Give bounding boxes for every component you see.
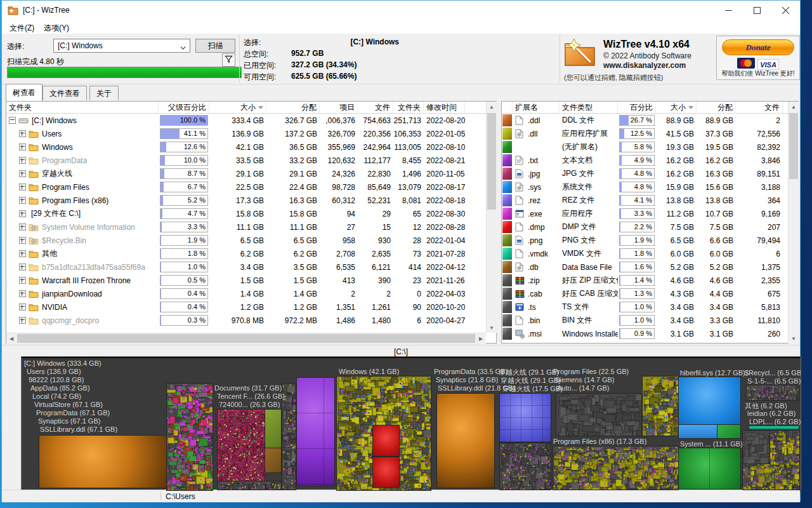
col-ext-size[interactable]: 大小 xyxy=(656,102,697,113)
treemap-block[interactable] xyxy=(265,448,281,472)
tree-expander[interactable] xyxy=(19,304,26,311)
ext-table-row[interactable]: .dll 应用程序扩展 12.5 % 41.5 GB 37.3 GB 72,55… xyxy=(502,127,798,140)
menu-options[interactable]: 选项(Y) xyxy=(40,22,73,35)
folder-table-row[interactable]: 穿越火线 8.7 % 29.1 GB 29.1 GB 24,326 22,830… xyxy=(6,167,496,180)
col-ext-files[interactable]: 文件 xyxy=(736,102,783,113)
treemap-block[interactable] xyxy=(297,378,334,486)
treemap-mosaic[interactable] xyxy=(553,446,678,490)
treemap-block[interactable] xyxy=(679,425,717,438)
treemap-block[interactable] xyxy=(679,377,740,425)
ext-table-row[interactable]: .sys 系统文件 4.8 % 15.9 GB 15.6 GB 3,188 xyxy=(502,180,798,194)
title-bar[interactable]: [C:] - WizTree xyxy=(2,1,800,20)
col-alloc[interactable]: 分配 xyxy=(266,102,320,113)
treemap-block[interactable] xyxy=(373,457,399,487)
ext-vertical-scrollbar[interactable]: ▲ ▼ xyxy=(788,102,799,344)
tree-expander[interactable] xyxy=(19,237,26,244)
tab-tree-view[interactable]: 树查看 xyxy=(6,84,43,101)
tree-expander[interactable] xyxy=(19,157,26,164)
treemap-block[interactable] xyxy=(437,394,494,488)
treemap-block[interactable] xyxy=(265,410,281,448)
scroll-down-icon[interactable]: ▼ xyxy=(789,333,799,344)
minimize-button[interactable] xyxy=(714,1,743,20)
treemap-mosaic[interactable] xyxy=(167,384,213,490)
scroll-up-icon[interactable]: ▲ xyxy=(487,102,497,112)
treemap-mosaic[interactable] xyxy=(743,431,769,464)
treemap-mosaic[interactable] xyxy=(218,481,281,490)
ext-table-row[interactable]: .ts TS 文件 1.0 % 3.4 GB 3.4 GB 5,813 xyxy=(502,300,798,314)
ext-table-row[interactable]: .vmdk VMDK 文件 1.8 % 6.0 GB 6.0 GB 6 xyxy=(502,247,798,260)
tree-expander[interactable] xyxy=(19,250,26,257)
treemap-mosaic[interactable] xyxy=(218,410,265,481)
treemap[interactable]: [C:] Windows (333.4 GB)Users (136.9 GB)9… xyxy=(22,357,801,492)
brand-website-link[interactable]: www.diskanalyzer.com xyxy=(603,61,686,70)
folder-table-row[interactable]: Program Files 6.7 % 22.5 GB 22.4 GB 98,7… xyxy=(6,180,496,194)
col-percent[interactable]: 百分比 xyxy=(618,102,656,113)
treemap-block[interactable] xyxy=(373,425,399,456)
col-filetype[interactable]: 文件类型 xyxy=(560,102,618,113)
col-parent-percent[interactable]: 父级百分比 xyxy=(159,102,209,113)
ext-table-row[interactable]: .jpg JPG 文件 4.8 % 16.2 GB 16.3 GB 89,151 xyxy=(502,167,798,180)
folder-table-row[interactable]: Users 41.1 % 136.9 GB 137.2 GB 326,709 2… xyxy=(6,127,496,140)
treemap-mosaic[interactable] xyxy=(500,443,551,490)
folder-vertical-scrollbar[interactable]: ▲ ▼ xyxy=(486,102,497,333)
tree-expander[interactable] xyxy=(19,130,26,137)
menu-file[interactable]: 文件(Z) xyxy=(6,22,38,35)
tree-expander[interactable] xyxy=(9,117,16,124)
ext-table-row[interactable]: .bin BIN 文件 1.0 % 3.4 GB 3.3 GB 11,810 xyxy=(502,314,798,327)
folder-horizontal-scrollbar[interactable]: ◀ ▶ xyxy=(6,333,486,344)
ext-table-row[interactable]: .db Data Base File 1.6 % 5.2 GB 5.2 GB 1… xyxy=(502,260,798,274)
col-folder[interactable]: 文件夹 xyxy=(6,102,159,113)
tab-file-view[interactable]: 文件查看 xyxy=(43,86,87,100)
treemap-block[interactable] xyxy=(679,448,740,489)
treemap-mosaic[interactable] xyxy=(556,394,641,436)
treemap-block[interactable] xyxy=(717,425,740,438)
ext-table-row[interactable]: .png PNG 文件 1.9 % 6.5 GB 6.6 GB 79,494 xyxy=(502,234,798,247)
folder-table-row[interactable]: qqpcmgr_docpro 0.3 % 970.8 MB 972.2 MB 1… xyxy=(6,314,496,327)
treemap-block[interactable] xyxy=(500,394,551,442)
col-modified[interactable]: 修改时间 xyxy=(424,102,465,113)
scrollbar-thumb[interactable] xyxy=(17,334,475,343)
folder-table-row[interactable]: [29 文件在 C:\] 4.7 % 15.8 GB 15.8 GB 94 29… xyxy=(6,207,496,220)
folder-table-row[interactable]: ProgramData 10.0 % 33.5 GB 33.2 GB 120,6… xyxy=(6,154,496,167)
folder-table-row[interactable]: [C:] Windows 100.0 % 333.4 GB 326.7 GB ,… xyxy=(6,114,496,127)
folder-table-row[interactable]: Program Files (x86) 5.2 % 17.3 GB 16.3 G… xyxy=(6,194,496,207)
ext-table-row[interactable]: .rez REZ 文件 4.1 % 13.8 GB 13.8 GB 364 xyxy=(502,194,798,207)
tree-expander[interactable] xyxy=(19,277,26,284)
tree-expander[interactable] xyxy=(19,184,26,190)
col-ext-alloc[interactable]: 分配 xyxy=(697,102,736,113)
folder-table-row[interactable]: NVIDIA 0.4 % 1.2 GB 1.2 GB 1,351 1,261 9… xyxy=(6,300,496,314)
col-extension[interactable]: 扩展名 xyxy=(513,102,560,113)
treemap-mosaic[interactable] xyxy=(643,377,678,436)
tree-expander[interactable] xyxy=(19,290,26,297)
scroll-right-icon[interactable]: ▶ xyxy=(476,333,486,344)
col-files[interactable]: 文件 xyxy=(358,102,393,113)
tree-expander[interactable] xyxy=(19,264,26,271)
ext-table-row[interactable]: .txt 文本文档 4.9 % 16.2 GB 16.2 GB 3,846 xyxy=(502,154,798,167)
tree-expander[interactable] xyxy=(19,170,26,177)
ext-table-row[interactable]: .msi Windows Installer 0.9 % 3.1 GB 3.1 … xyxy=(502,327,798,340)
tab-about[interactable]: 关于 xyxy=(89,86,119,100)
folder-table-row[interactable]: Windows 12.6 % 42.1 GB 36.5 GB 355,969 2… xyxy=(6,140,496,154)
tree-expander[interactable] xyxy=(19,210,26,217)
folder-table-row[interactable]: System Volume Information 3.3 % 11.1 GB … xyxy=(6,220,496,234)
folder-table-row[interactable]: jianpianDownload 0.4 % 1.4 GB 1.4 GB 2 2… xyxy=(6,287,496,300)
tree-expander[interactable] xyxy=(19,224,26,231)
scrollbar-thumb[interactable] xyxy=(789,113,798,179)
maximize-button[interactable] xyxy=(743,1,771,20)
scroll-left-icon[interactable]: ◀ xyxy=(6,333,16,344)
ext-table-row[interactable]: .exe 应用程序 3.3 % 11.2 GB 10.7 GB 9,169 xyxy=(502,207,798,220)
scroll-up-icon[interactable]: ▲ xyxy=(789,102,799,112)
tree-expander[interactable] xyxy=(19,317,26,324)
drive-select[interactable]: [C:] Windows xyxy=(53,39,190,53)
ext-table-row[interactable]: .cab 好压 CAB 压缩文件 1.3 % 4.3 GB 4.4 GB 675 xyxy=(502,287,798,300)
treemap-block[interactable] xyxy=(39,436,166,488)
donate-button[interactable]: Donate xyxy=(722,39,794,55)
ext-table-row[interactable]: .dmp DMP 文件 2.2 % 7.5 GB 7.5 GB 207 xyxy=(502,220,798,234)
col-items[interactable]: 项目 xyxy=(320,102,358,113)
col-folders[interactable]: 文件夹 xyxy=(393,102,424,113)
folder-table-row[interactable]: b75a1dfca213dfa475aa55f69a 1.0 % 3.4 GB … xyxy=(6,260,496,274)
close-button[interactable] xyxy=(771,1,800,20)
tree-expander[interactable] xyxy=(19,144,26,150)
filter-button[interactable] xyxy=(222,53,235,67)
scroll-down-icon[interactable]: ▼ xyxy=(487,323,497,333)
